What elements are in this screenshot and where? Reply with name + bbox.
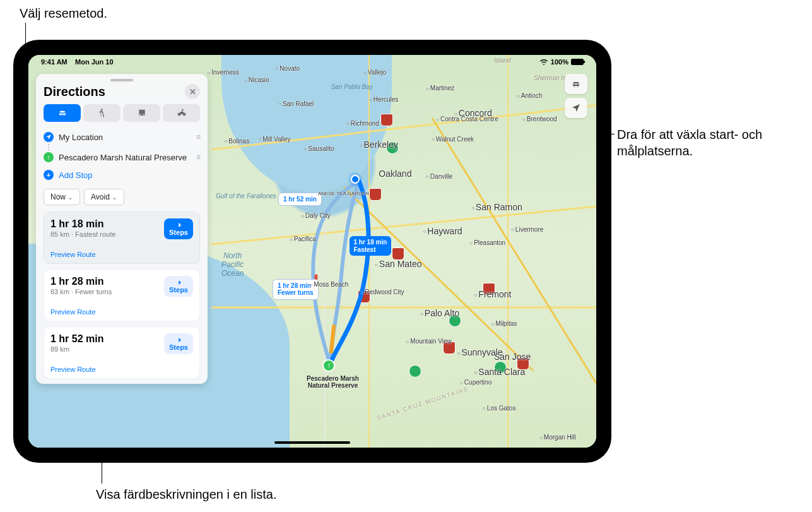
plus-icon: + — [44, 170, 54, 180]
steps-label: Steps — [169, 287, 188, 294]
destination-arrow-icon: ↑ — [44, 152, 54, 162]
panel-grabber[interactable] — [110, 79, 133, 81]
drag-handle-icon[interactable]: ≡ — [196, 133, 200, 141]
steps-label: Steps — [169, 344, 188, 351]
status-bar: 9:41 AM Mon Jun 10 100% — [28, 55, 596, 69]
callout-mode-label: Välj resemetod. — [20, 5, 107, 21]
drag-handle-icon[interactable]: ≡ — [196, 153, 200, 162]
route-time: 1 hr 28 min — [50, 276, 112, 287]
route-card[interactable]: 1 hr 18 min 85 km · Fastest route ›› Ste… — [44, 211, 200, 264]
city-danville: Danville — [426, 173, 452, 180]
city-daly-city: Daly City — [301, 212, 331, 219]
callout-list-label: Visa färdbeskrivningen i en lista. — [96, 486, 276, 503]
route-options-row: Now Avoid — [36, 189, 208, 211]
route-card[interactable]: 1 hr 52 min 89 km ›› Steps Preview Route — [44, 326, 200, 379]
japanese-tea-garden: ANESE TEA GARDEN — [318, 191, 369, 196]
steps-label: Steps — [169, 229, 188, 236]
city-mountain-view: Mountain View — [406, 338, 452, 345]
city-fremont: Fremont — [474, 289, 512, 299]
screen: ↑ Pescadero Marsh Natural Preserve 1 hr … — [28, 55, 596, 448]
add-stop-row[interactable]: + Add Stop — [44, 166, 200, 184]
san-pablo-bay-label: San Pablo Bay — [331, 83, 373, 90]
city-bolinas: Bolinas — [225, 138, 250, 145]
city-walnut-creek: Walnut Creek — [432, 136, 474, 143]
stop-origin-row[interactable]: My Location ≡ — [44, 128, 200, 146]
home-indicator[interactable] — [274, 441, 350, 444]
steps-button[interactable]: ›› Steps — [164, 218, 193, 239]
city-livermore: Livermore — [511, 226, 543, 233]
city-antioch: Antioch — [517, 92, 542, 99]
destination-text: Pescadero Marsh Natural Preserve — [59, 153, 191, 162]
route-badge-time: 1 hr 52 min — [283, 196, 317, 203]
city-mill-valley: Mill Valley — [259, 136, 291, 143]
mode-cycle-button[interactable] — [163, 104, 200, 122]
mode-walk-button[interactable] — [83, 104, 121, 122]
mode-drive-button[interactable] — [44, 104, 81, 122]
route-badge-note: Fastest — [354, 246, 376, 253]
panel-title: Directions — [44, 85, 105, 99]
city-contra-costa: Contra Costa Centre — [436, 116, 498, 122]
ipad-frame: ↑ Pescadero Marsh Natural Preserve 1 hr … — [13, 40, 611, 463]
city-vallejo: Vallejo — [363, 69, 386, 76]
destination-label: Pescadero Marsh Natural Preserve — [298, 375, 368, 389]
city-oakland: Oakland — [379, 169, 411, 179]
chevrons-icon: ›› — [178, 336, 179, 343]
city-inverness: Inverness — [208, 69, 239, 76]
route-badge-time: 1 hr 28 min — [278, 282, 311, 289]
status-date: Mon Jun 10 — [75, 58, 114, 66]
locate-button[interactable] — [565, 98, 587, 118]
route-time: 1 hr 52 min — [50, 333, 103, 345]
stop-destination-row[interactable]: ↑ Pescadero Marsh Natural Preserve ≡ — [44, 148, 200, 166]
preview-route-link[interactable]: Preview Route — [50, 308, 193, 316]
opt-avoid-label: Avoid — [91, 193, 110, 201]
depart-now-button[interactable]: Now — [44, 189, 80, 205]
route-detail: 85 km · Fastest route — [50, 230, 115, 238]
status-right: 100% — [539, 58, 584, 66]
city-berkeley: Berkeley — [360, 140, 398, 150]
city-san-mateo: San Mateo — [375, 259, 422, 269]
panel-header: Directions ✕ — [36, 84, 208, 104]
origin-label: My Location — [59, 133, 191, 142]
callout-drag-label: Dra för att växla start- och målplatsern… — [617, 126, 806, 159]
city-milpitas: Milpitas — [491, 320, 517, 327]
ocean-label: Gulf of the Farallones NorthPacificOcean — [221, 251, 244, 278]
status-left: 9:41 AM Mon Jun 10 — [41, 58, 114, 66]
stops-list: My Location ≡ ↑ Pescadero Marsh Natural … — [36, 128, 208, 189]
city-richmond: Richmond — [346, 120, 379, 127]
city-sunnyvale: Sunnyvale — [457, 347, 503, 357]
location-arrow-icon — [44, 132, 54, 142]
city-hercules: Hercules — [369, 96, 398, 103]
avoid-button[interactable]: Avoid — [84, 189, 124, 205]
city-brentwood: Brentwood — [522, 116, 557, 122]
city-cupertino: Cupertino — [460, 379, 491, 386]
steps-button[interactable]: ›› Steps — [164, 276, 193, 297]
preview-route-link[interactable]: Preview Route — [50, 251, 193, 258]
map-controls — [565, 74, 587, 118]
city-nicasio: Nicasio — [244, 76, 269, 83]
chevrons-icon: ›› — [178, 278, 179, 286]
route-badge-alt2[interactable]: 1 hr 52 min — [278, 193, 322, 206]
current-location-dot — [351, 175, 360, 184]
city-hayward: Hayward — [423, 226, 462, 236]
mode-transit-button[interactable] — [123, 104, 160, 122]
directions-panel: Directions ✕ — [36, 74, 208, 384]
city-morgan-hill: Morgan Hill — [539, 434, 575, 441]
preview-route-link[interactable]: Preview Route — [50, 366, 193, 373]
city-los-gatos: Los Gatos — [483, 405, 515, 412]
route-badge-time: 1 hr 18 min — [354, 239, 387, 246]
battery-percent: 100% — [551, 58, 568, 66]
opt-now-label: Now — [50, 193, 66, 201]
city-san-rafael: San Rafael — [278, 100, 314, 107]
city-sausalito: Sausalito — [304, 145, 334, 152]
add-stop-label: Add Stop — [59, 170, 200, 180]
close-button[interactable]: ✕ — [185, 84, 200, 99]
wifi-icon — [539, 58, 548, 66]
battery-icon — [571, 59, 584, 65]
city-santa-clara: Santa Clara — [474, 367, 526, 377]
map-mode-button[interactable] — [565, 74, 587, 94]
steps-button[interactable]: ›› Steps — [164, 333, 193, 354]
city-martinez: Martinez — [426, 85, 454, 92]
route-card[interactable]: 1 hr 28 min 83 km · Fewer turns ›› Steps… — [44, 269, 200, 321]
city-san-ramon: San Ramon — [471, 202, 522, 212]
route-badge-primary[interactable]: 1 hr 18 min Fastest — [350, 236, 392, 256]
